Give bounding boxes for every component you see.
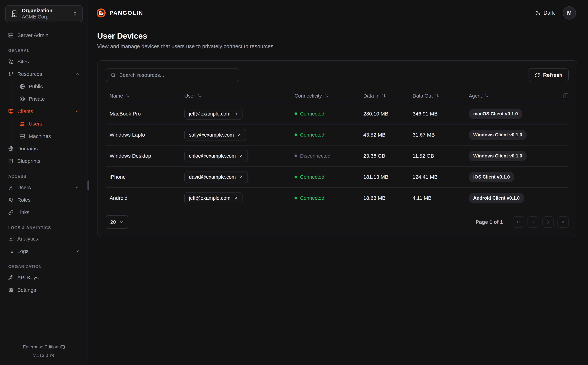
section-title-organization: ORGANIZATION (5, 264, 83, 271)
machines-icon (20, 134, 25, 139)
data-out: 124.41 MB (413, 174, 469, 180)
sidebar-item-roles[interactable]: Roles (5, 194, 83, 206)
sidebar-item-settings[interactable]: Settings (5, 284, 83, 296)
device-name: Windows Desktop (110, 153, 184, 159)
arrow-up-right-icon (237, 133, 241, 137)
monitor-up-icon (8, 109, 14, 114)
agent-badge: Windows Client v0.1.0 (469, 130, 527, 140)
sort-icon (382, 94, 386, 98)
resources-sub-list: Public Private (12, 80, 83, 105)
pangolin-logo-icon (96, 8, 106, 18)
devices-card: Refresh Name User Connectivity Data In (97, 60, 577, 237)
sidebar-item-server-admin[interactable]: Server Admin (5, 29, 83, 42)
users-icon (8, 197, 14, 203)
server-icon (8, 33, 14, 38)
device-name: iPhone (110, 174, 184, 180)
sidebar-item-analytics[interactable]: Analytics (5, 232, 83, 245)
user-link-chip[interactable]: david@example.com (184, 171, 248, 183)
last-page-button[interactable] (557, 216, 569, 228)
column-visibility-button[interactable] (555, 93, 569, 98)
search-icon (111, 72, 116, 78)
data-in: 43.52 MB (363, 132, 413, 138)
connectivity-status: Connected (294, 174, 363, 180)
sidebar-item-clients[interactable]: Clients (5, 105, 83, 118)
user-link-chip[interactable]: jeff@example.com (184, 192, 243, 204)
agent-badge: iOS Client v0.1.0 (469, 172, 514, 182)
refresh-icon (535, 72, 540, 78)
sidebar-item-blueprints[interactable]: Blueprints (5, 155, 83, 167)
data-out: 346.91 MB (413, 111, 469, 117)
avatar[interactable]: M (563, 6, 576, 20)
data-out: 31.67 MB (413, 132, 469, 138)
theme-toggle[interactable]: Dark (535, 10, 555, 16)
sidebar-item-client-users[interactable]: Users (17, 118, 83, 130)
sidebar-item-resources[interactable]: Resources (5, 68, 83, 80)
search-box (106, 68, 239, 82)
status-dot (294, 112, 297, 115)
page-info: Page 1 of 1 (476, 219, 503, 225)
chevrons-up-down-icon (72, 11, 78, 16)
column-header-name[interactable]: Name (110, 93, 184, 99)
globe-lock-icon (20, 96, 25, 102)
column-header-user[interactable]: User (184, 93, 294, 99)
section-title-logs-analytics: LOGS & ANALYTICS (5, 225, 83, 232)
column-header-data-in[interactable]: Data In (363, 93, 413, 99)
sidebar-item-sites[interactable]: Sites (5, 56, 83, 68)
user-link-chip[interactable]: sally@example.com (184, 129, 246, 141)
chevron-down-icon (119, 220, 124, 224)
chevron-up-icon (75, 72, 80, 77)
clients-sub-list: Users Machines (12, 118, 83, 142)
sort-icon (197, 94, 201, 98)
status-dot (294, 175, 297, 178)
sidebar-item-machines[interactable]: Machines (17, 130, 83, 142)
sidebar-item-domains[interactable]: Domains (5, 142, 83, 155)
search-input[interactable] (119, 72, 234, 78)
data-in: 23.36 GB (363, 153, 413, 159)
data-in: 181.13 MB (363, 174, 413, 180)
column-header-data-out[interactable]: Data Out (413, 93, 469, 99)
brand[interactable]: PANGOLIN (96, 8, 143, 18)
org-label: Organization (22, 7, 69, 14)
data-in: 18.63 MB (363, 195, 413, 201)
chevron-down-icon (75, 185, 80, 190)
agent-badge: macOS Client v0.1.0 (469, 109, 522, 119)
org-value: ACME Corp. (22, 14, 69, 20)
page-size-select[interactable]: 20 (106, 215, 128, 229)
user-link-chip[interactable]: jeff@example.com (184, 108, 243, 120)
device-name: Android (110, 195, 184, 201)
table-row: Android jeff@example.com Connected 18.63… (106, 187, 569, 208)
arrow-up-right-icon (239, 154, 243, 158)
org-selector[interactable]: Organization ACME Corp. (5, 5, 83, 22)
devices-table: Name User Connectivity Data In Data Out (106, 89, 569, 208)
sidebar-item-logs[interactable]: Logs (5, 245, 83, 257)
version-link[interactable]: v1.13.0 (0, 353, 88, 358)
sidebar-nav: Server Admin GENERAL Sites Resources P (0, 27, 88, 337)
column-header-agent[interactable]: Agent (469, 93, 555, 99)
connectivity-status: Disconnected (294, 153, 363, 159)
blueprints-icon (8, 159, 14, 164)
sidebar-resize-handle[interactable] (87, 180, 89, 190)
link-icon (8, 210, 14, 215)
table-row: Windows Desktop chloe@example.com Discon… (106, 145, 569, 166)
sidebar-item-links[interactable]: Links (5, 206, 83, 218)
edition-link[interactable]: Enterprise Edition (0, 344, 88, 350)
main-content: PANGOLIN Dark M User Devices View and ma… (88, 0, 588, 365)
user-icon (8, 185, 14, 190)
sidebar-item-users[interactable]: Users (5, 181, 83, 194)
page-subtitle: View and manage devices that users use t… (97, 43, 576, 49)
sidebar-item-api-keys[interactable]: API Keys (5, 271, 83, 284)
user-link-chip[interactable]: chloe@example.com (184, 150, 248, 162)
sort-icon (435, 94, 439, 98)
laptop-icon (20, 121, 25, 126)
column-header-connectivity[interactable]: Connectivity (294, 93, 363, 99)
section-title-access: ACCESS (5, 174, 83, 181)
gear-icon (8, 288, 14, 293)
next-page-button[interactable] (542, 216, 554, 228)
prev-page-button[interactable] (528, 216, 539, 228)
sidebar-item-public[interactable]: Public (17, 80, 83, 93)
sidebar-item-private[interactable]: Private (17, 93, 83, 105)
external-link-icon (50, 353, 55, 358)
first-page-button[interactable] (513, 216, 524, 228)
refresh-button[interactable]: Refresh (529, 68, 569, 82)
agent-badge: Windows Client v0.1.0 (469, 151, 527, 161)
